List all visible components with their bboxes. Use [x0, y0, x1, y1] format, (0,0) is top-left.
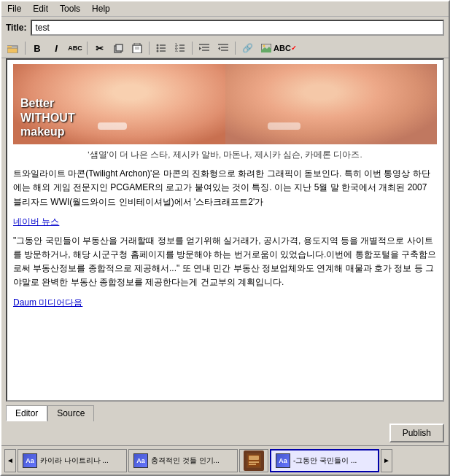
menu-edit[interactable]: Edit	[30, 3, 51, 15]
tab-bar: Editor Source	[1, 402, 449, 421]
toolbar: B I ABC ✂ 1.2.3. 🔗 ABC✓	[1, 39, 449, 58]
hero-line1: Better	[20, 97, 54, 109]
svg-rect-4	[116, 44, 123, 51]
title-label: Title:	[6, 23, 26, 33]
quote-text: "그동안 국민들이 부동산을 거래할때 정보를 얻기위해 실거래가, 공시가격,…	[13, 234, 437, 290]
taskbar-item-2[interactable]: Aa 충격적인 것들 인기...	[128, 449, 238, 472]
body-text-1: 트와일라이트 마콘(Twilight Archon)'은 마콘의 진화형으로 화…	[13, 167, 437, 209]
outdent-btn[interactable]	[214, 40, 232, 56]
tab-source[interactable]: Source	[47, 405, 94, 421]
image-btn[interactable]	[257, 40, 275, 56]
italic-btn[interactable]: I	[47, 40, 65, 56]
taskbar-right-arrow[interactable]: ►	[381, 449, 392, 472]
svg-marker-28	[218, 47, 220, 50]
menu-file[interactable]: File	[4, 3, 24, 15]
taskbar-icon-4: Aa	[276, 453, 290, 468]
spell-btn[interactable]: ABC✓	[276, 40, 294, 56]
hero-faces	[13, 64, 437, 144]
taskbar-icon-2: Aa	[133, 453, 148, 468]
publish-button[interactable]: Publish	[389, 424, 444, 442]
link-daum[interactable]: Daum 미디어다음	[13, 297, 82, 308]
bold-btn[interactable]: B	[28, 40, 46, 56]
paste-btn[interactable]	[128, 40, 146, 56]
ol-btn[interactable]: 1.2.3.	[171, 40, 189, 56]
svg-point-30	[263, 45, 265, 47]
taskbar-label-2: 충격적인 것들 인기...	[151, 456, 233, 466]
abc-btn[interactable]: ABC	[66, 40, 84, 56]
taskbar-label-1: 카이라 나이트리나 ...	[40, 456, 122, 466]
taskbar-item-3[interactable]	[239, 449, 268, 472]
open-btn[interactable]	[4, 40, 22, 56]
svg-marker-31	[261, 47, 271, 52]
taskbar-left-arrow[interactable]: ◄	[4, 449, 16, 472]
title-input[interactable]	[31, 20, 444, 36]
svg-rect-36	[249, 464, 256, 465]
bottom-bar: Publish	[1, 421, 449, 445]
hero-line3: makeup	[20, 125, 64, 138]
link-naver[interactable]: 네이버 뉴스	[13, 216, 59, 227]
svg-text:3.: 3.	[175, 48, 179, 52]
svg-point-10	[157, 47, 159, 50]
taskbar-item-1[interactable]: Aa 카이라 나이트리나 ...	[18, 449, 127, 472]
menu-help[interactable]: Help	[89, 3, 113, 15]
editor-content: Better WITHOUT makeup '샘열'이 더 나은 스타, 제시카…	[7, 60, 443, 313]
taskbar: ◄ Aa 카이라 나이트리나 ... Aa 충격적인 것들 인기...	[1, 445, 449, 475]
menubar: File Edit Tools Help	[1, 1, 449, 17]
taskbar-icon-1: Aa	[23, 453, 37, 468]
sep1	[25, 42, 26, 55]
svg-marker-24	[199, 47, 201, 50]
editor-area[interactable]: Better WITHOUT makeup '샘열'이 더 나은 스타, 제시카…	[6, 58, 444, 402]
sep3	[149, 42, 150, 55]
svg-point-11	[157, 50, 159, 52]
cut-btn[interactable]: ✂	[90, 40, 108, 56]
copy-btn[interactable]	[109, 40, 127, 56]
menu-tools[interactable]: Tools	[57, 3, 83, 15]
caption-text: '샘열'이 더 나은 스타, 제시카 알바, 마돈나, 제시카 심슨, 카메론 …	[13, 149, 437, 161]
svg-rect-34	[249, 456, 259, 460]
hero-image: Better WITHOUT makeup	[13, 64, 437, 144]
sep4	[192, 42, 193, 55]
sep5	[235, 42, 236, 55]
link-btn[interactable]: 🔗	[238, 40, 256, 56]
main-window: File Edit Tools Help Title: B I ABC ✂ 1.…	[0, 0, 450, 476]
taskbar-label-4: -그동안 국민들이 ...	[293, 456, 373, 466]
svg-point-9	[157, 44, 159, 47]
svg-rect-35	[249, 461, 259, 463]
taskbar-item-4[interactable]: Aa -그동안 국민들이 ...	[270, 449, 379, 472]
taskbar-icon-3	[244, 450, 264, 471]
hero-text-overlay: Better WITHOUT makeup	[20, 96, 75, 138]
tab-editor[interactable]: Editor	[6, 405, 47, 421]
indent-btn[interactable]	[195, 40, 213, 56]
ul-btn[interactable]	[152, 40, 170, 56]
sep2	[87, 42, 88, 55]
svg-rect-2	[7, 48, 18, 53]
hero-line2: WITHOUT	[20, 112, 75, 124]
title-row: Title:	[1, 17, 449, 39]
